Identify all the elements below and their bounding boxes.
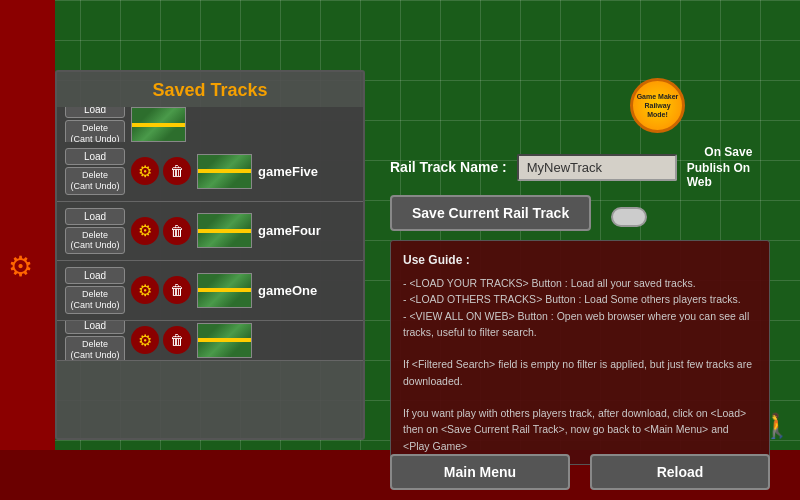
track-controls: Load Delete(Cant Undo): [65, 208, 125, 255]
trash-icon: 🗑: [163, 326, 191, 354]
logo-text: Game MakerRailwayMode!: [637, 92, 679, 119]
tracks-list[interactable]: Load Delete(Cant Undo) Load Delete(Cant …: [57, 107, 363, 427]
track-form: Rail Track Name : On Save Publish On Web…: [390, 145, 770, 239]
track-thumbnail: [197, 273, 252, 308]
guide-box: Use Guide : - <LOAD YOUR TRACKS> Button …: [390, 240, 770, 465]
gear-icon: ⚙: [131, 276, 159, 304]
delete-button[interactable]: Delete(Cant Undo): [65, 286, 125, 314]
guide-content: - <LOAD YOUR TRACKS> Button : Load all y…: [403, 275, 757, 454]
track-controls: Load Delete(Cant Undo): [65, 148, 125, 195]
guide-line-4: If <Filtered Search> field is empty no f…: [403, 356, 757, 389]
trash-icon: 🗑: [163, 276, 191, 304]
load-button[interactable]: Load: [65, 107, 125, 118]
track-name-label: gameOne: [258, 283, 317, 298]
list-item: Load Delete(Cant Undo) ⚙ 🗑 gameFive: [57, 142, 363, 202]
track-name-label: gameFour: [258, 223, 321, 238]
save-row: Save Current Rail Track: [390, 195, 770, 239]
load-button[interactable]: Load: [65, 208, 125, 225]
delete-button[interactable]: Delete(Cant Undo): [65, 167, 125, 195]
guide-line-2: - <LOAD OTHERS TRACKS> Button : Load Som…: [403, 291, 757, 307]
track-name-label: gameFive: [258, 164, 318, 179]
track-name-label: Rail Track Name :: [390, 159, 507, 175]
track-controls: Load Delete(Cant Undo): [65, 107, 125, 142]
reload-button[interactable]: Reload: [590, 454, 770, 490]
load-button[interactable]: Load: [65, 321, 125, 334]
gear-icon: ⚙: [131, 326, 159, 354]
guide-line-3: - <VIEW ALL ON WEB> Button : Open web br…: [403, 308, 757, 341]
saved-tracks-title: Saved Tracks: [57, 72, 363, 107]
delete-button[interactable]: Delete(Cant Undo): [65, 120, 125, 142]
on-save-area: On Save Publish On Web: [687, 145, 770, 189]
saved-tracks-panel: Saved Tracks Load Delete(Cant Undo) Load…: [55, 70, 365, 440]
list-item: Load Delete(Cant Undo) ⚙ 🗑 gameOne: [57, 261, 363, 321]
on-save-label: On Save: [704, 145, 752, 159]
track-name-row: Rail Track Name : On Save Publish On Web: [390, 145, 770, 189]
delete-button[interactable]: Delete(Cant Undo): [65, 227, 125, 255]
trash-icon: 🗑: [163, 217, 191, 245]
track-thumbnail: [197, 213, 252, 248]
list-item: Load Delete(Cant Undo) ⚙ 🗑: [57, 321, 363, 361]
save-current-button[interactable]: Save Current Rail Track: [390, 195, 591, 231]
delete-button[interactable]: Delete(Cant Undo): [65, 336, 125, 361]
track-icons: ⚙ 🗑: [131, 276, 191, 304]
guide-title: Use Guide :: [403, 251, 757, 269]
track-thumbnail: [197, 154, 252, 189]
track-thumbnail: [197, 323, 252, 358]
bottom-buttons: Main Menu Reload: [390, 454, 770, 490]
gear-icon: ⚙: [131, 157, 159, 185]
track-name-input[interactable]: [517, 154, 677, 181]
list-item: Load Delete(Cant Undo): [57, 107, 363, 142]
guide-line-1: - <LOAD YOUR TRACKS> Button : Load all y…: [403, 275, 757, 291]
track-icons: ⚙ 🗑: [131, 326, 191, 354]
track-controls: Load Delete(Cant Undo): [65, 321, 125, 361]
list-item: Load Delete(Cant Undo) ⚙ 🗑 gameFour: [57, 202, 363, 262]
track-controls: Load Delete(Cant Undo): [65, 267, 125, 314]
track-icons: ⚙ 🗑: [131, 157, 191, 185]
load-button[interactable]: Load: [65, 148, 125, 165]
main-menu-button[interactable]: Main Menu: [390, 454, 570, 490]
publish-label: Publish On Web: [687, 161, 770, 189]
game-logo: Game MakerRailwayMode!: [630, 78, 685, 133]
load-button[interactable]: Load: [65, 267, 125, 284]
track-thumbnail: [131, 107, 186, 142]
gear-icon: ⚙: [131, 217, 159, 245]
trash-icon: 🗑: [163, 157, 191, 185]
left-gear-icon: ⚙: [8, 250, 33, 283]
guide-line-5: If you want play with others players tra…: [403, 405, 757, 454]
track-icons: ⚙ 🗑: [131, 217, 191, 245]
publish-toggle[interactable]: [611, 207, 647, 227]
